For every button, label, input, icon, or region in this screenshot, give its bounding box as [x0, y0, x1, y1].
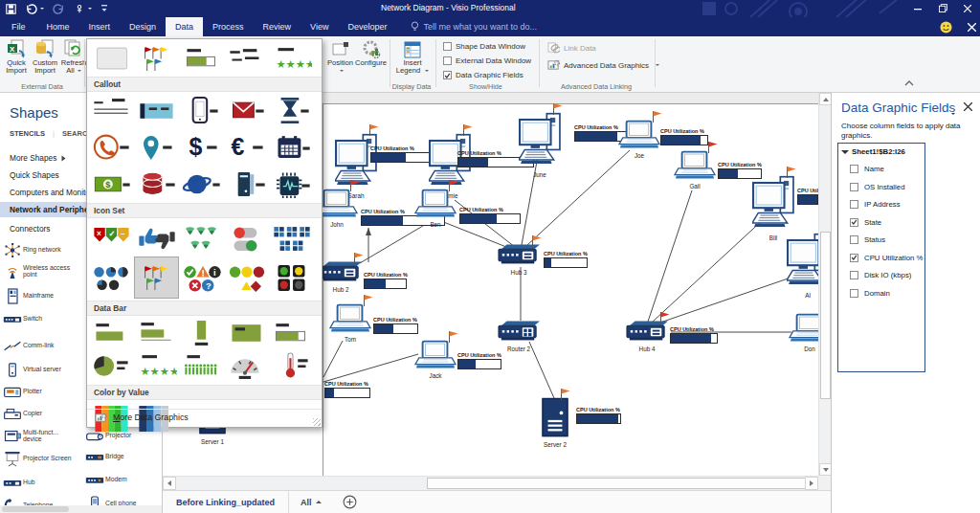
- quick-import-button[interactable]: X Quick Import: [2, 38, 31, 80]
- mobile-callout-gallery-item[interactable]: [179, 94, 224, 126]
- link-data-button[interactable]: Link Data: [547, 42, 596, 54]
- panel-menu-icon[interactable]: [948, 102, 955, 120]
- field-checkbox-domain[interactable]: Domain: [850, 289, 890, 298]
- vertical-scrollbar-thumb[interactable]: [820, 232, 831, 399]
- collapse-ribbon-icon[interactable]: [904, 80, 914, 86]
- pie-chart-gallery-item[interactable]: [89, 348, 134, 383]
- stencil-item-projector-screen[interactable]: Projector Screen: [2, 447, 82, 470]
- signal-meters-gallery-item[interactable]: [179, 220, 224, 256]
- node-al[interactable]: Al: [787, 233, 818, 294]
- close-document-icon[interactable]: [968, 23, 976, 32]
- tab-design[interactable]: Design: [120, 17, 166, 36]
- money-callout-gallery-item[interactable]: $: [89, 167, 134, 201]
- stencil-item-mainframe[interactable]: Mainframe: [2, 284, 82, 307]
- shapes-set-gallery-item[interactable]: [224, 256, 269, 299]
- none-gallery-item[interactable]: [89, 42, 134, 75]
- database-callout-gallery-item[interactable]: [134, 167, 179, 201]
- node-bill[interactable]: Bill: [752, 175, 794, 236]
- vertical-bar-gallery-item[interactable]: [179, 318, 224, 348]
- stencil-item-modem[interactable]: Modem: [84, 468, 163, 491]
- node-server-2[interactable]: Server 2: [542, 397, 568, 443]
- flags-set-gallery-item[interactable]: [134, 256, 179, 299]
- stencil-item-multi-funct-device[interactable]: Multi-funct... device: [2, 424, 82, 447]
- bar-label-gallery-item[interactable]: [89, 318, 134, 348]
- minimize-icon[interactable]: [905, 0, 930, 16]
- phone-callout-gallery-item[interactable]: [89, 126, 134, 167]
- node-tom[interactable]: Tom: [329, 303, 371, 338]
- panel-close-icon[interactable]: [964, 102, 972, 111]
- tally-gallery-item[interactable]: [179, 348, 224, 383]
- position-button[interactable]: Position: [325, 38, 355, 80]
- insert-legend-button[interactable]: Insert Legend: [393, 38, 432, 80]
- thermometer-gallery-item[interactable]: [269, 348, 314, 383]
- tab-file[interactable]: File: [0, 17, 37, 36]
- node-gail[interactable]: Gail: [674, 150, 716, 185]
- undo-icon[interactable]: [25, 1, 44, 16]
- hourglass-callout-gallery-item[interactable]: [269, 94, 314, 126]
- traffic-lights-gallery-item[interactable]: [269, 256, 314, 299]
- data-bar-gallery-item[interactable]: [179, 42, 224, 75]
- tab-review[interactable]: Review: [254, 17, 301, 36]
- stencil-item-hub[interactable]: Hub: [2, 471, 82, 494]
- stencil-item-bridge[interactable]: Bridge: [84, 445, 163, 468]
- status-symbols-gallery-item[interactable]: i?: [179, 256, 224, 299]
- stencil-item-wireless-access-point[interactable]: Wireless access point: [2, 259, 82, 282]
- smiley-icon[interactable]: [940, 21, 952, 33]
- close-icon[interactable]: [955, 0, 980, 16]
- node-router-2[interactable]: Router 2: [498, 321, 540, 347]
- field-checkbox-disk-io-kbps[interactable]: Disk IO (kbps): [850, 271, 911, 279]
- node-june[interactable]: June: [519, 112, 561, 173]
- block-bar-gallery-item[interactable]: [224, 318, 269, 348]
- collapse-icon[interactable]: [841, 150, 849, 158]
- node-ben[interactable]: Ben: [414, 189, 457, 223]
- euro-callout-gallery-item[interactable]: €: [224, 126, 269, 167]
- star-rating-gallery-item[interactable]: ★★★★: [269, 42, 314, 75]
- field-checkbox-os-installed[interactable]: OS Installed: [850, 183, 904, 191]
- tab-insert[interactable]: Insert: [79, 17, 121, 36]
- field-checkbox-ip-address[interactable]: IP Address: [850, 200, 901, 209]
- advanced-data-graphics-button[interactable]: Advanced Data Graphics: [547, 59, 659, 71]
- flags-gallery-item[interactable]: [134, 42, 179, 75]
- globe-callout-gallery-item[interactable]: [179, 167, 224, 201]
- tab-view[interactable]: View: [301, 17, 338, 36]
- field-checkbox-status[interactable]: Status: [850, 235, 885, 244]
- bar-baseline-gallery-item[interactable]: [134, 318, 179, 348]
- field-checkbox-state[interactable]: State: [850, 218, 881, 227]
- server-callout-gallery-item[interactable]: [224, 167, 269, 201]
- pie-circles-gallery-item[interactable]: [89, 256, 134, 299]
- shapes-scrollbar-thumb[interactable]: [2, 506, 69, 512]
- stencil-item-virtual-server[interactable]: Virtual server: [2, 358, 82, 381]
- qat-customize-icon[interactable]: [100, 1, 108, 16]
- field-checkbox-cpu-utilization[interactable]: CPU Utilization %: [850, 254, 924, 262]
- shape-data-window-checkbox[interactable]: Shape Data Window: [443, 42, 525, 51]
- square-grids-gallery-item[interactable]: [269, 220, 314, 256]
- horizontal-scrollbar-thumb[interactable]: [427, 478, 812, 489]
- add-page-icon[interactable]: [343, 495, 357, 509]
- page-tab[interactable]: Before Linking_updated: [163, 491, 289, 513]
- tab-data[interactable]: Data: [166, 17, 203, 36]
- stencil-item-ring-network[interactable]: Ring network: [2, 238, 82, 261]
- highlight-callout-gallery-item[interactable]: [134, 94, 179, 126]
- node-hub-3[interactable]: Hub 3: [498, 244, 540, 271]
- save-icon[interactable]: [6, 1, 16, 16]
- resize-grip[interactable]: [313, 418, 321, 426]
- mail-callout-gallery-item[interactable]: [224, 94, 269, 126]
- custom-import-button[interactable]: Custom Import: [31, 38, 59, 80]
- pin-callout-gallery-item[interactable]: [134, 126, 179, 167]
- scroll-right-icon[interactable]: [805, 477, 818, 490]
- stencil-item-plotter[interactable]: Plotter: [2, 380, 82, 403]
- tell-me-box[interactable]: Tell me what you want to do...: [397, 17, 538, 36]
- data-graphic-fields-checkbox[interactable]: Data Graphic Fields: [443, 71, 523, 79]
- cpu-callout-gallery-item[interactable]: [269, 167, 314, 201]
- progress-bar-gallery-item[interactable]: [269, 318, 314, 348]
- stencil-item-copier[interactable]: Copier: [2, 402, 82, 425]
- node-don[interactable]: Don: [789, 313, 818, 347]
- node-jack[interactable]: Jack: [414, 340, 457, 374]
- restore-icon[interactable]: [930, 0, 955, 16]
- field-checkbox-name[interactable]: Name: [850, 165, 884, 173]
- pages-dropdown[interactable]: All: [289, 498, 333, 507]
- toggles-gallery-item[interactable]: [224, 220, 269, 256]
- horizontal-scrollbar[interactable]: [163, 476, 818, 490]
- node-hub-4[interactable]: Hub 4: [626, 321, 668, 347]
- configure-button[interactable]: Configure: [355, 38, 387, 80]
